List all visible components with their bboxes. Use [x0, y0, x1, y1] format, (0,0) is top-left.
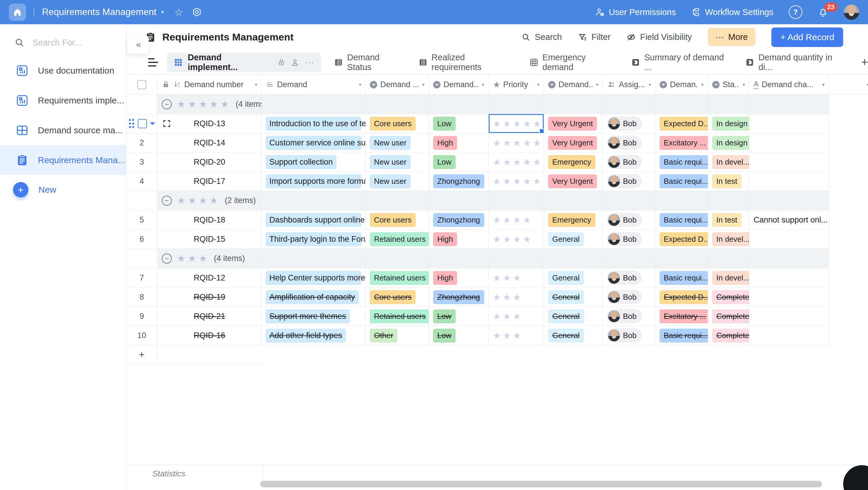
note-cell[interactable] — [749, 230, 829, 249]
priority-cell[interactable]: ★★★ — [489, 307, 544, 326]
assignee-cell[interactable]: Bob — [603, 307, 655, 326]
record-id-cell[interactable]: RQID-18 — [158, 210, 261, 230]
priority-cell[interactable]: ★★★ — [489, 326, 544, 345]
assignee-cell[interactable]: Bob — [603, 230, 655, 249]
row-number-cell[interactable]: 9 — [126, 307, 158, 326]
demand-cell[interactable]: Support more themes — [261, 307, 366, 326]
column-header-demand-user[interactable]: Demand ... ▾ — [366, 75, 429, 95]
status-cell[interactable]: In design — [708, 114, 749, 133]
record-id-cell[interactable]: RQID-12 — [158, 268, 261, 288]
note-cell[interactable]: Cannot support onl... — [749, 210, 829, 230]
user-type-cell[interactable]: Core users — [366, 288, 429, 307]
tab-summary-of-demand[interactable]: Summary of demand ... — [631, 53, 732, 72]
statistics-bar[interactable]: Statistics — [126, 465, 868, 482]
record-id-cell[interactable]: RQID-16 — [158, 326, 261, 345]
demand-type-cell[interactable]: Basic requi... — [655, 268, 708, 288]
chevron-down-icon[interactable]: ▾ — [701, 82, 704, 88]
sidebar-item-use-documentation[interactable]: Use documentation — [0, 56, 126, 86]
status-cell[interactable]: In devel... — [708, 268, 749, 288]
demand-cell[interactable]: Dashboards support online ed — [261, 210, 366, 230]
view-list-toggle[interactable] — [148, 58, 158, 66]
sidebar-search-input[interactable] — [32, 37, 116, 48]
chevron-down-icon[interactable]: ▾ — [743, 82, 745, 88]
tab-demand-status[interactable]: Demand Status — [334, 53, 406, 72]
add-record-button[interactable]: + Add Record — [771, 28, 843, 47]
expand-record-button[interactable] — [162, 119, 171, 128]
row-number-cell[interactable]: 8 — [126, 288, 158, 307]
note-cell[interactable] — [749, 153, 829, 172]
sidebar-item-requirements-implementation[interactable]: Requirements imple... — [0, 86, 126, 115]
row-caret-icon[interactable] — [150, 122, 155, 128]
collapse-group-button[interactable]: − — [162, 196, 172, 206]
assignee-cell[interactable]: Bob — [603, 326, 655, 345]
column-header-assignee[interactable]: Assig... ▾ — [603, 75, 655, 95]
demand-cell[interactable]: Third-party login to the Forum — [261, 230, 366, 249]
demand-level-cell[interactable]: Zhongzhong — [429, 288, 489, 307]
priority-cell[interactable]: ★★★ — [489, 268, 544, 288]
notifications-button[interactable]: 23 — [818, 7, 828, 18]
assignee-cell[interactable]: Bob — [603, 172, 655, 191]
record-id-cell[interactable]: RQID-19 — [158, 288, 261, 307]
chevron-down-icon[interactable]: ▾ — [359, 82, 361, 88]
record-id-cell[interactable]: RQID-15 — [158, 230, 261, 249]
priority-cell[interactable]: ★★★ — [489, 288, 544, 307]
demand-type-cell[interactable]: Basic requi... — [655, 172, 708, 191]
new-button[interactable]: + New — [0, 182, 126, 197]
row-number-cell[interactable]: 7 — [126, 268, 158, 288]
row-number-cell[interactable]: 10 — [126, 326, 158, 345]
add-view-button[interactable]: + — [861, 56, 868, 69]
priority-cell[interactable]: ★★★★★ — [489, 172, 544, 191]
help-button[interactable]: ? — [789, 5, 802, 19]
user-avatar[interactable] — [844, 4, 859, 20]
status-cell[interactable]: In design — [708, 133, 749, 153]
field-visibility-button[interactable]: Field Visibility — [626, 32, 692, 42]
user-type-cell[interactable]: Core users — [366, 114, 429, 133]
demand-level-cell[interactable]: Low — [429, 114, 489, 133]
row-number-cell[interactable]: 6 — [126, 230, 158, 249]
column-header-demand[interactable]: Demand ▾ — [261, 75, 366, 95]
note-cell[interactable] — [749, 326, 829, 345]
row-number-cell[interactable] — [126, 114, 158, 133]
urgency-cell[interactable]: Emergency — [544, 153, 603, 172]
workspace-settings-icon[interactable] — [192, 7, 202, 17]
note-cell[interactable] — [749, 288, 829, 307]
more-button[interactable]: ··· More — [708, 28, 755, 46]
record-id-cell[interactable]: RQID-14 — [158, 133, 261, 153]
demand-type-cell[interactable]: Expected D... — [655, 288, 708, 307]
urgency-cell[interactable]: General — [544, 326, 603, 345]
urgency-cell[interactable]: General — [544, 268, 603, 288]
user-type-cell[interactable]: Other — [366, 326, 429, 345]
user-type-cell[interactable]: Retained users — [366, 230, 429, 249]
sidebar-search[interactable] — [14, 37, 126, 48]
sidebar-item-requirements-management[interactable]: Requirements Mana... — [0, 145, 126, 175]
urgency-cell[interactable]: General — [544, 288, 603, 307]
urgency-cell[interactable]: Very Urgent — [544, 133, 603, 153]
user-type-cell[interactable]: New user — [366, 172, 429, 191]
chevron-down-icon[interactable]: ▾ — [255, 82, 257, 88]
column-header-add-field[interactable]: + — [829, 75, 868, 95]
demand-cell[interactable]: Help Center supports more ar — [261, 268, 366, 288]
demand-level-cell[interactable]: Low — [429, 307, 489, 326]
status-cell[interactable]: Complete — [708, 326, 749, 345]
assignee-cell[interactable]: Bob — [603, 210, 655, 230]
priority-cell[interactable]: ★★★★ — [489, 230, 544, 249]
demand-cell[interactable]: Import supports more formats — [261, 172, 366, 191]
row-number-cell[interactable]: 4 — [126, 172, 158, 191]
note-cell[interactable] — [749, 133, 829, 153]
add-row-extension[interactable] — [158, 345, 261, 364]
record-id-cell[interactable]: RQID-21 — [158, 307, 261, 326]
status-cell[interactable]: Complete — [708, 288, 749, 307]
chevron-down-icon[interactable]: ▾ — [649, 82, 651, 88]
status-cell[interactable]: In test — [708, 172, 749, 191]
column-header-priority[interactable]: ★ Priority ▾ — [489, 75, 544, 95]
column-header-select-all[interactable] — [126, 75, 158, 95]
demand-type-cell[interactable]: Basic requi... — [655, 210, 708, 230]
priority-cell[interactable]: ★★★★ — [489, 210, 544, 230]
demand-type-cell[interactable]: Basic requi... — [655, 326, 708, 345]
record-id-cell[interactable]: RQID-13 — [158, 114, 261, 133]
column-header-demand-number[interactable]: 12 Demand number ▾ — [158, 75, 261, 95]
demand-level-cell[interactable]: High — [429, 133, 489, 153]
demand-type-cell[interactable]: Excitatory ... — [655, 133, 708, 153]
add-row-button[interactable]: + — [126, 345, 158, 364]
tab-demand-quantity[interactable]: Demand quantity in di... — [745, 53, 847, 72]
